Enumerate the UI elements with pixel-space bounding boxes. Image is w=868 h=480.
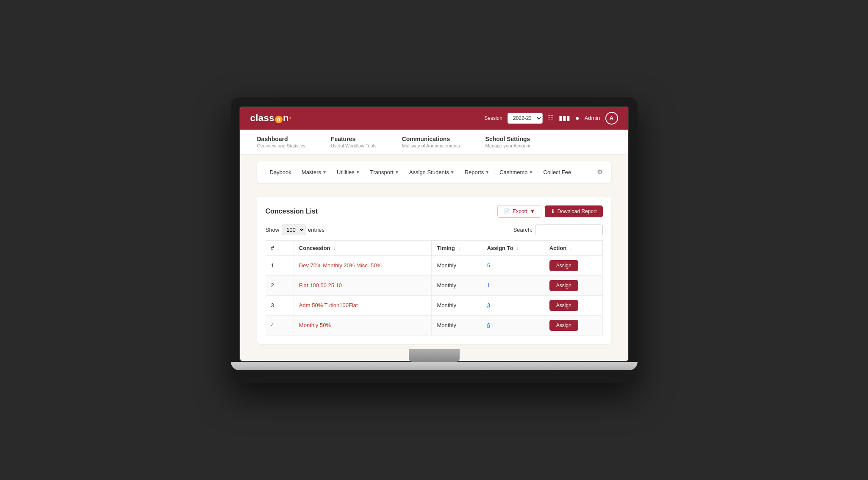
cell-timing: Monthly: [432, 275, 482, 295]
col-header-action: Action ↕: [544, 240, 602, 255]
sort-icon: ↕: [333, 246, 336, 251]
header-buttons: 📄 Export ▼ ⬇ Download Report: [497, 205, 602, 218]
cell-concession: Flat 100 50 25 10: [294, 275, 432, 295]
col-header-concession: Concession ↕: [294, 240, 432, 255]
sort-icon: ↕: [570, 246, 572, 251]
download-report-button[interactable]: ⬇ Download Report: [545, 205, 603, 217]
cell-action: Assign: [544, 255, 602, 275]
cell-assign-to: 1: [482, 275, 544, 295]
cell-id: 4: [266, 315, 294, 335]
chevron-down-icon: ▼: [529, 170, 533, 175]
nav-masters[interactable]: Masters ▼: [297, 166, 331, 178]
nav-collect-fee[interactable]: Collect Fee: [539, 166, 576, 178]
content-area: Concession List 📄 Export ▼ ⬇ Download Re…: [240, 190, 628, 361]
concession-table: # ↕ Concession ↕ Timing ↕: [266, 240, 603, 336]
download-icon: ⬇: [551, 208, 555, 214]
cell-concession: Dev 70% Monthly 20% Misc. 50%: [294, 255, 432, 275]
col-header-assign-to: Assign To ↕: [482, 240, 544, 255]
col-header-timing: Timing ↕: [432, 240, 482, 255]
session-select[interactable]: 2022-23: [507, 113, 543, 124]
nav-transport[interactable]: Transport ▼: [366, 166, 403, 178]
secondary-nav: Daybook Masters ▼ Utilities ▼ Transport …: [257, 161, 611, 183]
chevron-down-icon: ▼: [322, 170, 327, 175]
show-entries: Show 100 25 50 entries: [266, 225, 325, 235]
menu-item-dashboard[interactable]: Dashboard Overview and Statistics: [257, 136, 305, 148]
settings-gear-icon[interactable]: ⚙: [597, 168, 603, 176]
cell-timing: Monthly: [432, 295, 482, 315]
report-card-icon[interactable]: ☷: [548, 114, 554, 122]
search-box: Search:: [513, 225, 603, 235]
col-header-number: # ↕: [266, 240, 294, 255]
chevron-down-icon: ▼: [485, 170, 489, 175]
sort-icon: ↕: [516, 246, 519, 251]
card-header: Concession List 📄 Export ▼ ⬇ Download Re…: [266, 205, 603, 218]
content-card: Concession List 📄 Export ▼ ⬇ Download Re…: [257, 197, 611, 344]
nav-daybook[interactable]: Daybook: [266, 166, 296, 178]
table-row: 4 Monthly 50% Monthly 6 Assign: [266, 315, 602, 335]
secondary-nav-wrapper: Daybook Masters ▼ Utilities ▼ Transport …: [240, 155, 628, 190]
menu-item-communications[interactable]: Communications Multiway of Announcements: [402, 136, 460, 148]
cell-id: 3: [266, 295, 294, 315]
chevron-down-icon: ▼: [395, 170, 399, 175]
cell-timing: Monthly: [432, 255, 482, 275]
table-row: 1 Dev 70% Monthly 20% Misc. 50% Monthly …: [266, 255, 602, 275]
menu-item-school-settings[interactable]: School Settings Manage your Account: [485, 136, 530, 148]
cell-action: Assign: [544, 275, 602, 295]
nav-reports[interactable]: Reports ▼: [460, 166, 494, 178]
laptop-stand: [409, 349, 460, 362]
cell-assign-to: 3: [482, 295, 544, 315]
session-label: Session: [484, 115, 502, 121]
search-input[interactable]: [535, 225, 603, 235]
menu-item-features[interactable]: Features Useful Workflow Tools: [331, 136, 377, 148]
cell-concession: Adm.50% Tution100Flat: [294, 295, 432, 315]
cell-concession: Monthly 50%: [294, 315, 432, 335]
export-button[interactable]: 📄 Export ▼: [497, 205, 541, 218]
table-row: 3 Adm.50% Tution100Flat Monthly 3 Assign: [266, 295, 602, 315]
cell-timing: Monthly: [432, 315, 482, 335]
chevron-down-icon: ▼: [530, 208, 535, 214]
assign-button[interactable]: Assign: [549, 300, 578, 311]
bell-icon[interactable]: ●: [575, 114, 580, 122]
laptop-shell: classon· Session 2022-23 ☷ ▮▮▮ ● Admin A…: [231, 97, 638, 383]
nav-cashmemo[interactable]: Cashmemo ▼: [495, 166, 537, 178]
table-row: 2 Flat 100 50 25 10 Monthly 1 Assign: [266, 275, 602, 295]
top-navbar: classon· Session 2022-23 ☷ ▮▮▮ ● Admin A: [240, 107, 628, 130]
cell-action: Assign: [544, 315, 602, 335]
cell-assign-to: 5: [482, 255, 544, 275]
cell-action: Assign: [544, 295, 602, 315]
chevron-down-icon: ▼: [356, 170, 360, 175]
chart-icon[interactable]: ▮▮▮: [559, 114, 570, 122]
entries-select[interactable]: 100 25 50: [282, 225, 305, 235]
page-title: Concession List: [266, 208, 318, 215]
logo: classon·: [250, 113, 292, 124]
header-right: Session 2022-23 ☷ ▮▮▮ ● Admin A: [484, 112, 618, 125]
laptop-screen: classon· Session 2022-23 ☷ ▮▮▮ ● Admin A…: [239, 106, 629, 362]
assign-button[interactable]: Assign: [549, 280, 578, 291]
assign-button[interactable]: Assign: [549, 320, 578, 331]
chevron-down-icon: ▼: [450, 170, 455, 175]
laptop-base: [231, 362, 638, 370]
cell-assign-to: 6: [482, 315, 544, 335]
nav-utilities[interactable]: Utilities ▼: [333, 166, 364, 178]
sort-icon: ↕: [458, 246, 460, 251]
admin-label: Admin: [585, 115, 600, 121]
admin-avatar[interactable]: A: [605, 112, 618, 125]
export-icon: 📄: [504, 208, 510, 214]
cell-id: 2: [266, 275, 294, 295]
sort-icon: ↕: [277, 246, 279, 251]
table-controls: Show 100 25 50 entries Search:: [266, 225, 603, 235]
cell-id: 1: [266, 255, 294, 275]
nav-assign-students[interactable]: Assign Students ▼: [405, 166, 459, 178]
assign-button[interactable]: Assign: [549, 260, 578, 271]
main-menu: Dashboard Overview and Statistics Featur…: [240, 130, 628, 155]
